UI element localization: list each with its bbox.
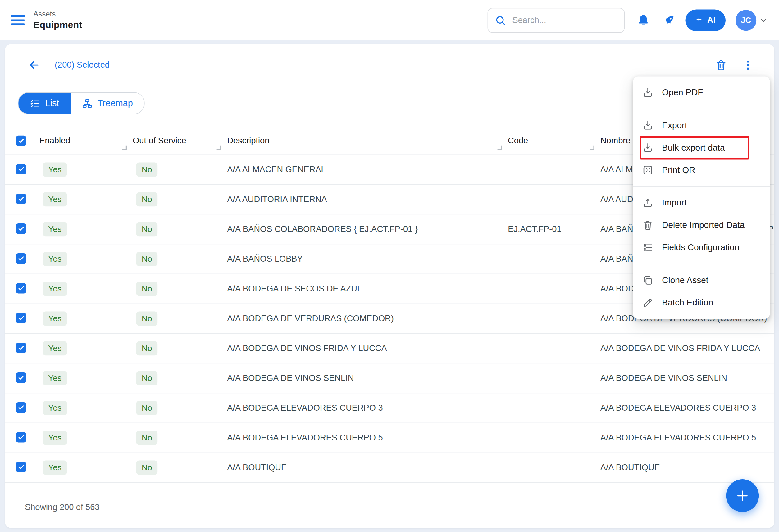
row-checkbox[interactable] [16, 253, 26, 264]
menu-item-delete-imported-data[interactable]: Delete Imported Data [633, 214, 770, 237]
menu-item-clone-asset[interactable]: Clone Asset [633, 269, 770, 291]
row-checkbox[interactable] [16, 402, 26, 413]
rocket-button[interactable] [662, 13, 676, 27]
avatar: JC [735, 10, 756, 30]
description-cell: A/A BODEGA DE VERDURAS (COMEDOR) [227, 314, 508, 323]
ai-button-label: AI [707, 15, 716, 25]
menu-item-label: Print QR [662, 165, 695, 175]
nombre-cell: A/A BODEGA DE VINOS FRIDA Y LUCCA [600, 343, 774, 353]
table-row[interactable]: YesNoA/A BOUTIQUEA/A BOUTIQUE [5, 453, 774, 483]
list-view-button[interactable]: List [18, 93, 70, 114]
row-checkbox[interactable] [16, 432, 26, 443]
out-of-service-badge: No [136, 222, 158, 236]
row-checkbox[interactable] [16, 223, 26, 234]
menu-item-label: Bulk export data [662, 142, 725, 153]
enabled-cell: Yes [39, 192, 133, 206]
arrow-left-icon [28, 59, 41, 72]
trash-icon [715, 59, 728, 72]
menu-item-open-pdf[interactable]: Open PDF [633, 81, 770, 104]
plus-icon [735, 488, 750, 503]
enabled-cell: Yes [39, 341, 133, 355]
search-input[interactable] [511, 15, 617, 25]
column-resize-handle[interactable] [497, 146, 502, 150]
code-cell: EJ.ACT.FP-01 [508, 224, 600, 234]
trash-icon [642, 219, 654, 231]
table-row[interactable]: YesNoA/A BODEGA ELEVADORES CUERPO 5A/A B… [5, 423, 774, 453]
page-heading: Assets Equipment [33, 9, 82, 31]
pencil-icon [642, 297, 654, 309]
selected-count[interactable]: (200) Selected [55, 60, 110, 70]
row-checkbox-cell [5, 343, 39, 354]
menu-item-batch-edition[interactable]: Batch Edition [633, 291, 770, 314]
description-cell: A/A AUDITORIA INTERNA [227, 194, 508, 204]
nombre-cell: A/A BODEGA ELEVADORES CUERPO 3 [600, 403, 774, 413]
enabled-cell: Yes [39, 281, 133, 296]
column-resize-handle[interactable] [122, 146, 127, 150]
out-of-service-cell: No [133, 192, 227, 206]
menu-item-import[interactable]: Import [633, 192, 770, 214]
qr-icon [642, 164, 654, 176]
breadcrumb: Assets [33, 9, 82, 19]
row-checkbox-cell [5, 283, 39, 294]
row-count: Showing 200 of 563 [25, 503, 100, 512]
menu-divider [633, 186, 770, 187]
more-options-button[interactable] [741, 59, 755, 72]
clone-icon [642, 275, 654, 286]
column-resize-handle[interactable] [217, 146, 221, 150]
out-of-service-cell: No [133, 162, 227, 177]
notifications-button[interactable] [636, 13, 650, 27]
menu-item-label: Clone Asset [662, 275, 708, 285]
menu-item-fields-configuration[interactable]: Fields Configuration [633, 237, 770, 259]
enabled-cell: Yes [39, 222, 133, 236]
row-checkbox[interactable] [16, 194, 26, 204]
enabled-badge: Yes [43, 311, 67, 326]
delete-button[interactable] [715, 59, 728, 72]
column-header-code: Code [508, 127, 600, 154]
add-button[interactable] [726, 479, 759, 512]
out-of-service-badge: No [136, 281, 158, 296]
column-resize-handle[interactable] [590, 146, 594, 150]
kebab-icon [741, 59, 755, 72]
table-row[interactable]: YesNoA/A BODEGA DE VINOS FRIDA Y LUCCAA/… [5, 334, 774, 363]
column-header-description: Description [227, 127, 508, 154]
list-icon [30, 98, 40, 109]
topbar: Assets Equipment AI JC [0, 0, 779, 40]
select-all-cell [5, 127, 39, 154]
enabled-badge: Yes [43, 162, 67, 177]
description-cell: A/A BODEGA DE SECOS DE AZUL [227, 284, 508, 293]
select-all-checkbox[interactable] [16, 136, 26, 146]
chevron-down-icon [759, 15, 768, 25]
row-checkbox-cell [5, 373, 39, 384]
row-checkbox[interactable] [16, 373, 26, 383]
enabled-badge: Yes [43, 252, 67, 266]
selection-actions [715, 59, 755, 72]
nombre-cell: A/A BODEGA ELEVADORES CUERPO 5 [600, 433, 774, 443]
enabled-cell: Yes [39, 430, 133, 445]
row-checkbox[interactable] [16, 164, 26, 175]
menu-item-bulk-export-data[interactable]: Bulk export data [633, 137, 770, 159]
row-checkbox[interactable] [16, 343, 26, 353]
table-row[interactable]: YesNoA/A BODEGA DE VINOS SENLINA/A BODEG… [5, 363, 774, 393]
table-row[interactable]: YesNoA/A BODEGA ELEVADORES CUERPO 3A/A B… [5, 393, 774, 423]
hamburger-menu-button[interactable] [11, 15, 25, 25]
row-checkbox[interactable] [16, 283, 26, 293]
description-cell: A/A BODEGA DE VINOS SENLIN [227, 373, 508, 383]
menu-item-print-qr[interactable]: Print QR [633, 159, 770, 181]
enabled-badge: Yes [43, 430, 67, 445]
user-menu[interactable]: JC [735, 10, 768, 30]
out-of-service-badge: No [136, 162, 158, 177]
ai-button[interactable]: AI [685, 9, 726, 31]
sparkle-icon [695, 16, 703, 24]
page-title: Equipment [33, 19, 82, 31]
row-checkbox[interactable] [16, 313, 26, 323]
menu-item-label: Batch Edition [662, 297, 713, 308]
row-checkbox[interactable] [16, 462, 26, 472]
back-button[interactable] [28, 59, 41, 72]
description-cell: A/A BODEGA DE VINOS FRIDA Y LUCCA [227, 343, 508, 353]
treemap-view-button[interactable]: Treemap [70, 93, 144, 114]
menu-item-export[interactable]: Export [633, 114, 770, 137]
nombre-cell: A/A BODEGA DE VINOS SENLIN [600, 373, 774, 383]
enabled-cell: Yes [39, 311, 133, 326]
enabled-badge: Yes [43, 341, 67, 355]
enabled-cell: Yes [39, 371, 133, 385]
